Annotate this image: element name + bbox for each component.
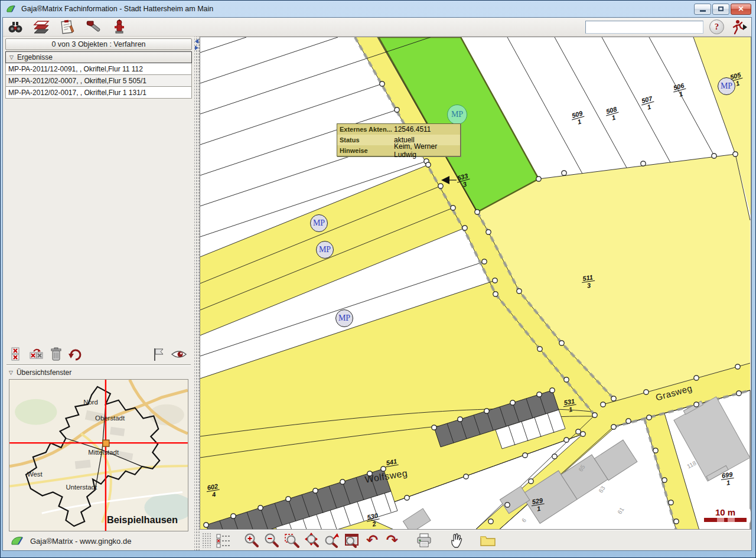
selection-action-bar [4,345,193,363]
flag-icon[interactable] [152,347,165,361]
pan-hand-icon[interactable] [448,532,464,549]
map-viewport[interactable]: 5333 5113 5091 5081 5071 5061 5051 5311 … [200,37,751,530]
rotate-left-icon[interactable]: ↶ [364,532,380,549]
collapse-triangle-icon: ▽ [9,54,14,60]
expand-right-icon[interactable] [195,45,198,50]
mp-marker[interactable]: MP [335,309,353,327]
results-count-header[interactable]: 0 von 3 Objekten : Verfahren [5,38,192,50]
collapse-left-icon[interactable] [195,39,198,44]
close-button[interactable]: ✕ [731,4,751,15]
district-label-west: West [27,471,43,478]
results-list: MP-PA-2011/12-0091, , Okriftel,Flur 11 1… [4,63,193,99]
zoom-window-icon[interactable] [284,532,300,549]
tooltip-field-value: 12546.4511 [394,125,431,133]
mp-marker[interactable]: MP [316,241,334,259]
titlebar: Gaja®Matrix Fachinformation - Stadt Hatt… [0,0,756,18]
legend-icon[interactable] [215,532,232,549]
tooltip-field-value: Keim, Werner Ludwig [394,142,458,159]
scale-segments [704,518,747,522]
tooltip-field-label: Hinweise [340,147,394,154]
minimize-button[interactable] [694,4,711,15]
overview-header-label: Übersichtsfenster [17,368,71,377]
zoom-in-icon[interactable] [243,532,260,549]
district-label-mittelstadt: Mittelstadt [88,449,119,456]
district-label-unterstadt: Unterstadt [66,484,97,491]
mp-marker[interactable]: MP [310,214,328,232]
result-row[interactable]: MP-PA-2012/02-0007, , Okriftel,Flur 5 50… [5,75,192,87]
deselect-swap-icon[interactable] [29,347,44,361]
window-frame: ? 0 von 3 Objekten : Verfahren ▽ Ergebni… [3,18,751,550]
separator [6,364,191,366]
scale-bar: 10 m [700,506,751,526]
minimize-icon [700,10,706,12]
edit-report-icon[interactable] [58,19,76,35]
mp-marker-selected[interactable]: MP [447,105,467,125]
mp-marker[interactable]: MP [718,77,735,95]
overview-map[interactable]: Nord Oberstadt Mittelstadt West Untersta… [9,379,188,531]
hydrant-pin-icon[interactable] [110,19,128,35]
zoom-out-icon[interactable] [263,532,280,549]
zoom-move-icon[interactable] [304,532,320,549]
visibility-eye-icon[interactable] [171,348,187,361]
rotate-right-icon[interactable]: ↷ [384,532,400,549]
search-input[interactable] [585,21,703,34]
help-icon: ? [715,22,719,32]
district-label-nord: Nord [83,399,98,406]
layer-stack-icon[interactable] [32,19,50,35]
gingko-logo-icon [10,535,24,547]
main-toolbar: ? [3,18,751,37]
map-toolbar: ↶ ↷ [200,530,751,550]
exit-button[interactable] [730,19,748,35]
exit-runner-icon [730,19,748,35]
reload-rotate-icon[interactable] [68,347,83,361]
tooltip-field-label: Externes Akten... [340,126,394,133]
delete-trash-icon[interactable] [50,347,62,361]
sidebar-splitter[interactable] [194,37,200,550]
close-icon: ✕ [738,5,744,13]
search-binoculars-icon[interactable] [6,19,24,35]
app-gingko-icon [6,4,17,14]
map-position-marker [103,440,109,446]
results-group-header[interactable]: ▽ Ergebnisse [5,51,192,63]
toolbar-grip[interactable] [202,533,211,548]
previous-view-icon[interactable] [344,532,360,549]
sidebar: 0 von 3 Objekten : Verfahren ▽ Ergebniss… [3,37,194,550]
restore-icon [718,6,724,11]
sidebar-empty-area [4,99,193,345]
open-folder-icon[interactable] [480,532,496,549]
statusbar-text: Gaja®Matrix - www.gingko.de [30,537,131,546]
result-row[interactable]: MP-PA-2012/02-0017, , Okriftel,Flur 1 13… [5,87,192,99]
print-icon[interactable] [416,532,432,549]
restore-button[interactable] [712,4,729,15]
window-title: Gaja®Matrix Fachinformation - Stadt Hatt… [21,5,213,13]
district-label-oberstadt: Oberstadt [95,415,125,422]
scale-label: 10 m [704,507,747,517]
tools-hammer-icon[interactable] [84,19,102,35]
cadastral-map [200,37,751,530]
tooltip-field-label: Status [340,136,394,143]
results-group-label: Ergebnisse [17,53,53,61]
result-row[interactable]: MP-PA-2011/12-0091, , Okriftel,Flur 11 1… [5,63,192,75]
collapse-triangle-icon: ▽ [9,370,13,376]
feature-tooltip: Externes Akten...12546.4511 Statusaktuel… [337,123,461,156]
zoom-arrow-icon[interactable] [324,532,340,549]
help-button[interactable]: ? [709,19,724,34]
city-label: Beispielhausen [107,514,178,525]
overview-header[interactable]: ▽ Übersichtsfenster [4,367,193,378]
deselect-icon[interactable] [10,347,23,361]
sidebar-statusbar: Gaja®Matrix - www.gingko.de [4,531,193,550]
